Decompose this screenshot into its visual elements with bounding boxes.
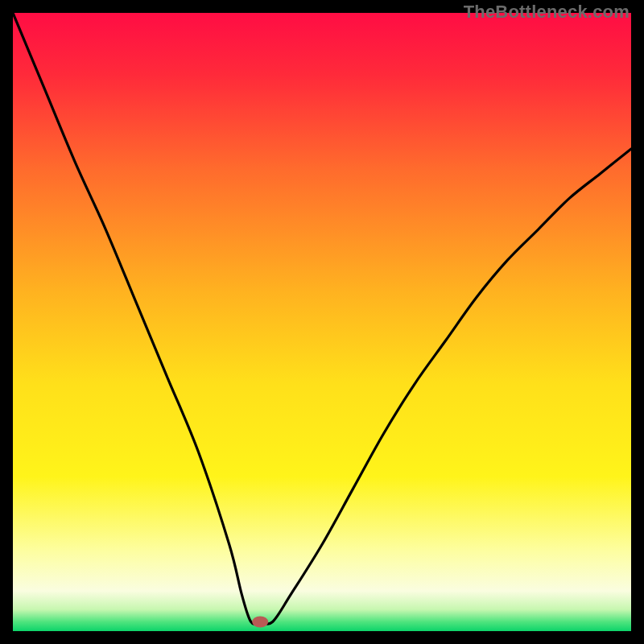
gradient-background (13, 13, 631, 631)
chart-svg (13, 13, 631, 631)
watermark-label: TheBottleneck.com (464, 2, 630, 23)
chart-frame: TheBottleneck.com (0, 0, 644, 644)
marker-dot (252, 616, 268, 627)
plot-area (13, 13, 631, 631)
